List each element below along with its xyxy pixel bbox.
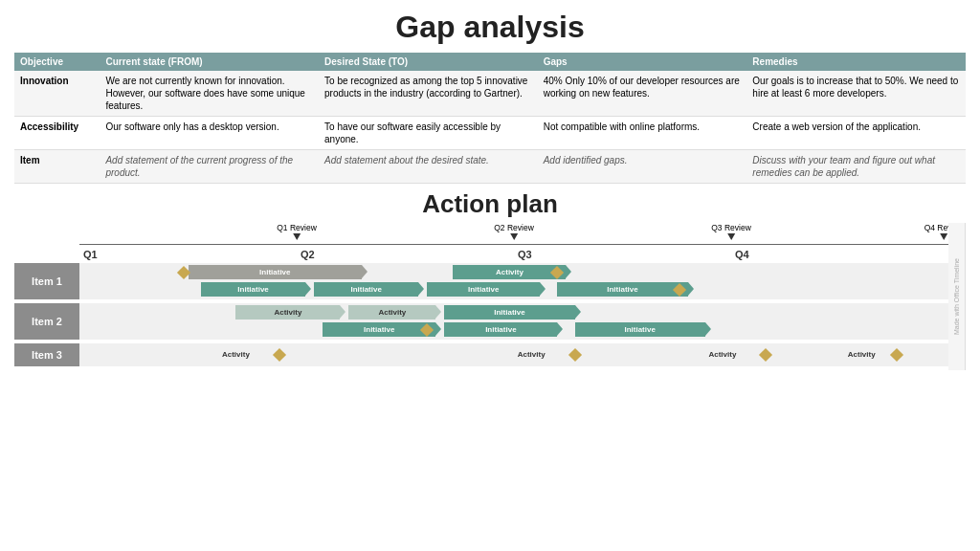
review-marker-1: Q2 Review [494,223,534,240]
bar-0-1-0: Initiative [201,282,305,297]
gap-header-gaps: Gaps [538,53,747,71]
gap-row-1: AccessibilityOur software only has a des… [14,117,966,150]
page-title: Gap analysis [14,10,966,45]
quarter-label-Q2: Q2 [297,245,514,263]
bar-0-1-2: Initiative [427,282,540,297]
quarter-label-Q3: Q3 [514,245,731,263]
review-marker-2: Q3 Review [711,223,751,240]
row-label-1: Item 2 [14,303,79,340]
bar-arrow [305,282,311,296]
gap-cell-0-from: We are not currently known for innovatio… [100,71,319,117]
row-content-2: ActivityActivityActivityActivity [79,343,948,366]
bar-0-0-1: Initiative [189,265,363,279]
gap-cell-1-to: To have our software easily accessible b… [319,117,538,150]
gap-header-objective: Objective [14,53,100,71]
gap-row-2: ItemAdd statement of the current progres… [14,150,966,184]
gap-cell-2-objective: Item [14,150,100,184]
gap-cell-2-to: Add statement about the desired state. [319,150,538,184]
gap-cell-1-remedies: Create a web version of the application. [746,117,966,150]
gap-row-0: InnovationWe are not currently known for… [14,71,966,117]
gap-cell-0-gaps: 40% Only 10% of our developer resources … [538,71,747,117]
gap-cell-0-objective: Innovation [14,71,100,117]
bar-1-0-2: Initiative [444,305,574,320]
gap-cell-0-remedies: Our goals is to increase that to 50%. We… [746,71,966,117]
bar-arrow [340,305,345,319]
gantt-row-2: Item 3ActivityActivityActivityActivity [14,343,948,366]
bar-arrow [362,265,368,278]
action-plan: Q1 ReviewQ2 ReviewQ3 ReviewQ4 Review Q1Q… [14,223,966,370]
action-plan-title: Action plan [14,189,966,219]
quarter-label-Q1: Q1 [79,245,297,263]
gap-header-remedies: Remedies [746,53,966,71]
bar-1-0-0: Activity [235,305,340,320]
main-container: Gap analysis ObjectiveCurrent state (FRO… [0,0,980,551]
bar-arrow [435,305,441,319]
watermark: Made with Office Timeline [948,223,966,370]
gantt-row-0: Item 1MilestoneInitiativeActivityInitiat… [14,263,948,299]
bar-1-0-1: Activity [348,305,435,320]
gap-cell-2-gaps: Add identified gaps. [538,150,747,184]
gap-table: ObjectiveCurrent state (FROM)Desired Sta… [14,53,966,184]
row-content-0: MilestoneInitiativeActivityInitiativeIni… [79,263,948,299]
gantt-row-1: Item 2ActivityActivityInitiativeInitiati… [14,303,948,340]
row-content-1: ActivityActivityInitiativeInitiativeInit… [79,303,948,340]
gap-cell-1-from: Our software only has a desktop version. [100,117,319,150]
bar-0-1-1: Initiative [314,282,418,297]
review-marker-0: Q1 Review [277,223,317,240]
bar-arrow [566,265,571,278]
row-label-0: Item 1 [14,263,79,299]
bar-0-1-3: Initiative [557,282,687,297]
bar-1-1-3: Initiative [575,322,705,337]
gantt-container: Item 1MilestoneInitiativeActivityInitiat… [14,263,948,370]
bar-arrow [575,305,581,319]
bar-arrow [540,282,546,296]
gap-header-current-state-(from): Current state (FROM) [100,53,319,71]
bar-arrow [688,282,694,296]
row-label-2: Item 3 [14,343,79,366]
quarter-label-Q4: Q4 [731,245,948,263]
gap-cell-1-objective: Accessibility [14,117,100,150]
bar-1-1-2: Initiative [444,322,557,337]
bar-arrow [418,282,424,296]
gap-cell-2-from: Add statement of the current progress of… [100,150,319,184]
gap-cell-0-to: To be recognized as among the top 5 inno… [319,71,538,117]
bar-arrow [435,322,441,336]
bar-arrow [705,322,711,336]
bar-arrow [557,322,563,336]
gap-cell-1-gaps: Not compatible with online platforms. [538,117,747,150]
gap-header-desired-state-(to): Desired State (TO) [319,53,538,71]
gap-cell-2-remedies: Discuss with your team and figure out wh… [746,150,966,184]
